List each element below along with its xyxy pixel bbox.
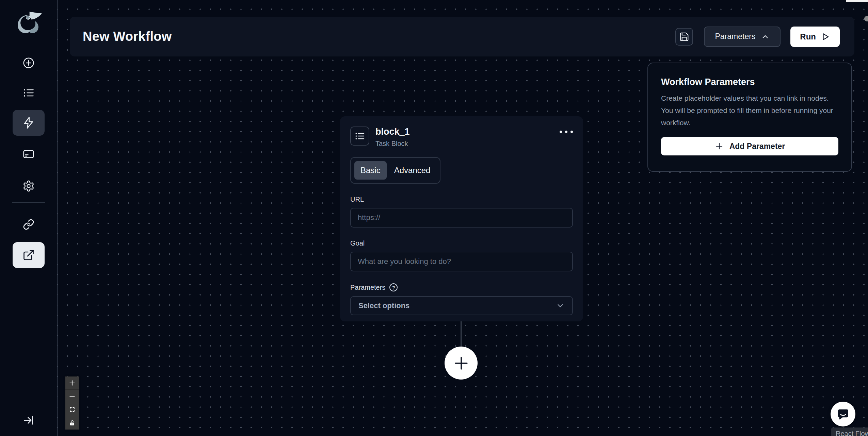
chevron-down-icon <box>556 301 565 310</box>
sidebar-collapse-button[interactable] <box>18 412 39 429</box>
panel-title: Workflow Parameters <box>661 77 838 87</box>
chat-bubble-icon <box>836 407 850 421</box>
goal-input[interactable] <box>350 252 573 271</box>
sidebar-item-tasks-list[interactable] <box>18 82 39 104</box>
node-titles: block_1 Task Block <box>375 127 410 148</box>
zoom-in-button[interactable] <box>65 376 79 390</box>
panel-description: Create placeholder values that you can l… <box>661 92 838 129</box>
url-label: URL <box>350 196 573 203</box>
add-block-button[interactable] <box>445 347 478 380</box>
sidebar-item-billing[interactable] <box>18 143 39 165</box>
fit-view-button[interactable] <box>65 403 79 416</box>
run-button[interactable]: Run <box>790 27 840 47</box>
help-icon[interactable]: ? <box>389 283 398 291</box>
add-parameter-label: Add Parameter <box>729 142 785 151</box>
list-icon <box>22 87 35 99</box>
chat-widget-button[interactable] <box>831 402 855 426</box>
parameters-toggle-button[interactable]: Parameters <box>704 27 781 47</box>
list-icon <box>354 131 365 141</box>
parameters-label: Parameters ? <box>350 283 573 291</box>
node-title: block_1 <box>375 127 410 137</box>
arrow-to-bar-icon <box>23 415 34 426</box>
add-parameter-button[interactable]: Add Parameter <box>661 137 838 155</box>
edge-connector <box>461 321 462 347</box>
lock-icon <box>69 420 75 426</box>
goal-field-group: Goal <box>350 239 573 271</box>
dragon-logo[interactable] <box>12 7 46 41</box>
node-subtitle: Task Block <box>375 140 410 148</box>
fit-view-icon <box>69 406 75 413</box>
minus-icon <box>69 393 76 400</box>
task-block-icon-box <box>350 127 369 146</box>
parameters-select-value: Select options <box>358 301 409 310</box>
react-flow-attribution[interactable]: React Flow <box>831 427 868 436</box>
run-button-label: Run <box>800 32 816 41</box>
tab-basic[interactable]: Basic <box>354 161 387 180</box>
circle-plus-icon <box>22 57 35 69</box>
sidebar-item-create[interactable] <box>18 52 39 74</box>
plus-icon <box>69 380 76 386</box>
chevron-up-icon <box>761 32 770 41</box>
page-title: New Workflow <box>83 29 172 44</box>
scrollbar-thumb[interactable] <box>864 16 868 21</box>
header-bar: New Workflow Parameters Run <box>70 17 854 56</box>
sidebar-item-workflows[interactable] <box>13 110 45 136</box>
tab-advanced[interactable]: Advanced <box>388 161 437 180</box>
credit-card-icon <box>22 148 35 160</box>
app-window: New Workflow Parameters Run <box>0 0 868 436</box>
lock-button[interactable] <box>65 416 79 430</box>
url-field-group: URL <box>350 196 573 228</box>
window-edge-sliver <box>846 0 868 2</box>
sidebar-item-external[interactable] <box>13 242 45 268</box>
sidebar-item-settings[interactable] <box>18 175 39 197</box>
play-icon <box>821 32 830 41</box>
node-menu-button[interactable] <box>560 127 573 133</box>
workflow-parameters-panel: Workflow Parameters Create placeholder v… <box>647 63 852 172</box>
zoom-out-button[interactable] <box>65 390 79 403</box>
canvas-controls <box>65 376 79 430</box>
plus-icon <box>714 141 724 151</box>
sidebar <box>0 0 58 436</box>
link-icon <box>23 219 34 230</box>
plus-icon <box>452 354 470 372</box>
task-block-node[interactable]: block_1 Task Block Basic Advanced URL Go… <box>340 116 583 321</box>
url-input[interactable] <box>350 208 573 228</box>
parameters-select[interactable]: Select options <box>350 296 573 315</box>
goal-label: Goal <box>350 239 573 247</box>
ellipsis-icon <box>560 131 573 133</box>
save-button[interactable] <box>675 28 693 46</box>
sidebar-divider <box>12 202 45 203</box>
node-mode-tabs: Basic Advanced <box>350 157 440 184</box>
parameters-button-label: Parameters <box>715 32 755 41</box>
node-header: block_1 Task Block <box>350 127 573 148</box>
sidebar-item-integrations[interactable] <box>18 214 39 235</box>
lightning-icon <box>22 116 35 129</box>
gear-icon <box>22 180 35 192</box>
external-link-icon <box>22 249 35 261</box>
save-icon <box>679 32 689 42</box>
parameters-field-group: Parameters ? Select options <box>350 283 573 315</box>
